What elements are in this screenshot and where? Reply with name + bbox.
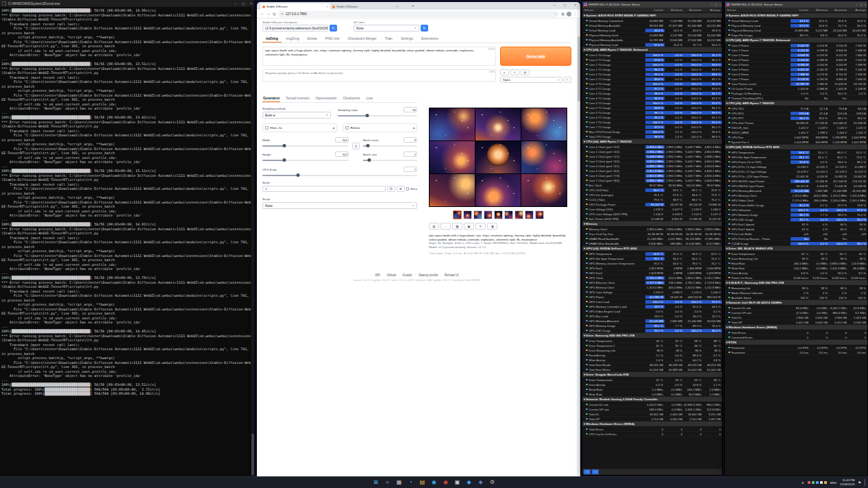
sensor-section-header[interactable]: ▾ Windows Hardware Errors (WHEA) <box>582 422 722 427</box>
tray-app-icon[interactable] <box>808 481 810 484</box>
sensor-row[interactable]: Virtual Memory Load43.4 %10.5 %45.8 %35.… <box>725 19 867 23</box>
profile-avatar[interactable] <box>567 12 571 16</box>
sensor-row[interactable]: CPU Fan1,642 RPM828 RPM1,788 RPM1,506 RP… <box>725 135 867 140</box>
hires-fix-toggle[interactable]: Hires. fix ◀ <box>262 123 337 132</box>
terminal-titlebar[interactable]: C: C:\WINDOWS\System32\cmd.exe ─ ▢ × <box>0 0 254 7</box>
webui-tab[interactable]: txt2img <box>262 35 282 42</box>
sensor-row[interactable]: Core 4 Power8.394 W0.204 W9.014 W7.598 W <box>725 62 867 67</box>
sensor-row[interactable]: Total UP2.114 GB0.000 GB2.114 GB1.057 GB <box>582 417 722 422</box>
gallery-thumbnail[interactable] <box>514 210 523 219</box>
save-zip-button[interactable]: ▦ <box>452 223 462 230</box>
sensor-row[interactable]: GPU Effective Clock2,737.5 MHz198.4 MHz2… <box>582 280 722 285</box>
sensor-row[interactable]: Core 2 T1 Usage95.8 %0.0 %100.0 %83.7 % <box>582 77 722 82</box>
footer-link[interactable]: Startup profile <box>419 273 445 277</box>
sensor-row[interactable]: GPU PerfCap Reason - PowerYesNoYes- <box>725 236 867 241</box>
sensor-row[interactable]: GPU Memory Usage84.1 %7.7 %89.3 %76.4 % <box>582 324 722 328</box>
sensor-row[interactable]: Core 7 Clock (perf #8/3)4,896.1 MHz2,994… <box>582 178 722 183</box>
sensor-row[interactable]: CUDA Usage100.0 %0.0 %100.0 %98.2 % <box>725 241 867 246</box>
taskbar-clock[interactable]: 11:42 PM 12/18/2023 <box>840 478 855 486</box>
discord-button[interactable]: ◈ <box>476 478 485 487</box>
sensor-row[interactable]: Virtual Memory Load43.4 %10.5 %45.8 %35.… <box>582 28 722 33</box>
generated-image-cell[interactable] <box>475 141 521 173</box>
sensor-row[interactable]: Core 7 Power8.128 W0.192 W8.866 W7.344 W <box>725 77 867 82</box>
sensor-row[interactable]: CPU PPT84.2 %18.4 %88.1 %78.6 % <box>725 116 867 121</box>
sensor-column-headers[interactable]: Sensor Current Minimum Maximum Average <box>582 8 722 13</box>
webui-tab[interactable]: Settings <box>397 35 417 42</box>
language-indicator[interactable]: ENG <box>830 481 836 485</box>
browser-menu-icon[interactable]: ⋮ <box>573 12 577 16</box>
hwinfo-close-button[interactable]: × <box>865 3 866 6</box>
gallery-thumbnail[interactable] <box>463 210 472 219</box>
sensor-row[interactable]: Current DL rate84.6 KB/s0.0 KB/s8,442.1 … <box>725 306 867 310</box>
chrome-button[interactable]: ◉ <box>441 478 450 487</box>
sensor-section-header[interactable]: ▾ GPU [#0]: NVIDIA GeForce RTX 4090 <box>725 145 867 150</box>
sensor-row[interactable]: Core 2 Power8.658 W0.226 W9.212 W7.846 W <box>725 53 867 58</box>
sensor-row[interactable]: Power On Hours3,244 hours3,244 hours3,24… <box>725 276 867 280</box>
sensor-row[interactable]: Read Activity2.1 %0.0 %88.4 %6.2 % <box>582 353 722 358</box>
prompt-input[interactable]: epic space battle with a huge planet, st… <box>262 47 496 66</box>
tray-app-icon[interactable] <box>812 481 815 484</box>
sensor-row[interactable]: Core 5 T1 Usage96.8 %0.0 %100.0 %84.2 % <box>582 106 722 110</box>
sensor-row[interactable]: PCIe Link Widthx16x16x16x16 <box>725 232 867 236</box>
generated-image-cell[interactable] <box>521 141 567 173</box>
sensor-row[interactable]: Corrected Errors0000 <box>725 335 867 340</box>
browser-close-button[interactable]: × <box>570 2 580 8</box>
width-slider[interactable] <box>262 145 349 147</box>
refresh-checkpoints-button[interactable]: ↻ <box>330 25 337 32</box>
footer-link[interactable]: API <box>375 273 387 277</box>
sensor-row[interactable]: GPU Power (% of TDP)91.8 %6.3 %99.6 %88.… <box>725 160 867 164</box>
sensor-row[interactable]: Memory Clock2,993.4 MHz2,993.4 MHz2,993.… <box>582 227 722 232</box>
sensor-row[interactable]: Drive Activity0.2 %0.0 %24.8 %1.1 % <box>582 382 722 387</box>
refiner-checkbox[interactable] <box>345 126 349 130</box>
vscode-button[interactable]: ◆ <box>464 478 473 487</box>
sensor-row[interactable]: GPU D3D Usage99.2 %0.0 %100.0 %96.4 % <box>582 328 722 333</box>
sensor-row[interactable]: Core 6 T1 Usage95.2 %0.0 %100.0 %83.1 % <box>582 115 722 120</box>
footer-link[interactable]: Reload UI <box>445 273 458 277</box>
bookmark-star-icon[interactable]: ☆ <box>554 12 556 16</box>
gallery-thumbnail[interactable] <box>494 210 503 219</box>
terminal-button[interactable]: ▣ <box>453 478 462 487</box>
sensor-row[interactable]: GPU Temperature66.8 °C31.0 °C68.3 °C62.5… <box>582 252 722 256</box>
send-to-extras-button[interactable]: ◨ <box>487 223 497 230</box>
sensor-row[interactable]: GPU Memory Controller Load48.0 %0.0 %52.… <box>582 304 722 309</box>
hwinfo-minimize-button[interactable]: ─ <box>710 3 712 6</box>
sensor-row[interactable]: Virtual Memory Available38,951 MB37,327 … <box>582 23 722 28</box>
sensor-row[interactable]: Core 3 Power8.104 W0.188 W8.842 W7.312 W <box>725 58 867 62</box>
sensor-row[interactable]: CPU TDC72.4 A12.1 A76.8 A66.2 A <box>725 106 867 111</box>
negative-prompt-input[interactable] <box>262 69 496 82</box>
tray-app-icon[interactable] <box>816 481 819 484</box>
gallery-thumbnail[interactable] <box>473 210 482 219</box>
sensor-row[interactable]: GPU Hot Spot Temperature78.1 °C36.4 °C80… <box>725 155 867 160</box>
sensor-row[interactable]: Core 4 T0 Usage98.6 %0.0 %100.0 %90.1 % <box>582 91 722 96</box>
extra-seed-checkbox[interactable] <box>406 187 410 191</box>
sensor-row[interactable]: Total UP0.412 GB0.000 GB0.412 GB0.206 GB <box>725 320 867 325</box>
sensor-row[interactable]: Drive Remaining Life99 %99 %99 %99 % <box>725 256 867 261</box>
extra-networks-button[interactable]: ▤ <box>521 69 530 75</box>
start-button[interactable]: ⊞ <box>371 478 380 487</box>
sensor-row[interactable]: GPU Utilization100.0 %0.0 %100.0 %97.8 % <box>725 208 867 212</box>
sensor-row[interactable]: Core 0 Clock (perf #2/2)4,948.6 MHz2,994… <box>582 145 722 149</box>
terminal-maximize-button[interactable]: ▢ <box>242 2 245 5</box>
sensor-row[interactable]: Framerate0.0 FPS0.0 FPS0.0 FPS0.0 FPS <box>725 345 867 350</box>
sampling-steps-slider[interactable] <box>338 115 417 117</box>
show-desktop-button[interactable] <box>865 479 866 486</box>
sensor-list[interactable]: ▾ System: ASUS ROG STRIX B650E-F GAMING … <box>582 13 722 469</box>
gallery-thumbnail[interactable] <box>453 210 462 219</box>
generated-image-cell[interactable] <box>521 108 567 141</box>
sensor-row[interactable]: Physical Memory Used21,883 MB5,112 MB23,… <box>725 28 867 33</box>
height-slider[interactable] <box>262 160 349 161</box>
batch-count-slider[interactable] <box>363 145 417 147</box>
sensor-row[interactable]: Core 0 T0 Usage100.0 %0.0 %100.0 %91.2 % <box>582 53 722 58</box>
sensor-row[interactable]: GPU 8-Pin #1 Input Voltage12.094 V12.031… <box>725 164 867 169</box>
sensor-row[interactable]: Write Activity1.4 %0.0 %64.2 %3.8 % <box>582 358 722 363</box>
sensor-row[interactable]: Package C6 Residency0.0 %0.0 %84.2 %2.6 … <box>725 91 867 96</box>
sensor-row[interactable]: CPU (Tctl/Tdie)80.2 °C39.5 °C89.1 °C76.8… <box>582 188 722 193</box>
sensor-row[interactable]: Core 1 Power8.216 W0.198 W8.904 W7.488 W <box>725 48 867 53</box>
sd-unet-dropdown[interactable]: None ▼ <box>354 25 419 32</box>
sensor-row[interactable]: Core 1 T1 Usage96.2 %0.0 %100.0 %84.9 % <box>582 67 722 72</box>
sensor-row[interactable]: Core 4 T1 Usage94.9 %0.0 %100.0 %82.6 % <box>582 96 722 101</box>
browser-maximize-button[interactable]: ▢ <box>560 2 570 8</box>
sensor-row[interactable]: GPU Fan2 Speed62 %0 %66 %55 % <box>725 227 867 232</box>
sensor-row[interactable]: Core Voltage (VID)1.119 V0.627 V1.219 V1… <box>582 207 722 212</box>
refiner-toggle[interactable]: Refiner ◀ <box>343 123 417 132</box>
